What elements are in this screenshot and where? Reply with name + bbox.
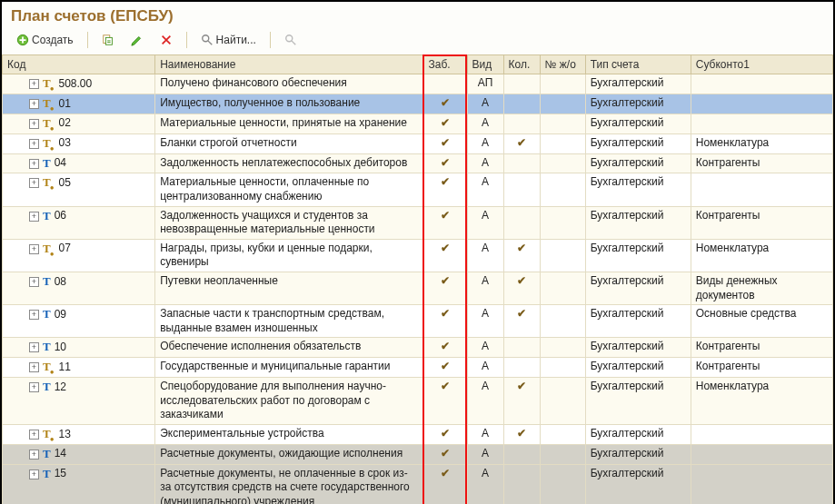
cell-nzo	[540, 358, 585, 378]
expand-toggle[interactable]: +	[29, 469, 39, 479]
table-row[interactable]: +Т14Расчетные документы, ожидающие испол…	[3, 444, 833, 464]
check-icon: ✔	[517, 427, 526, 440]
table-row[interactable]: +Т06Задолженность учащихся и студентов з…	[3, 206, 833, 239]
cell-nzo	[540, 133, 585, 153]
col-vid[interactable]: Вид	[467, 55, 503, 74]
cell-sub1	[691, 94, 832, 114]
cell-tip: Бухгалтерский	[585, 424, 691, 444]
cell-nzo	[540, 464, 585, 504]
cell-sub1: Контрагенты	[691, 338, 832, 358]
table-row[interactable]: +Т04Задолженность неплатежеспособных деб…	[3, 153, 833, 173]
cell-nzo	[540, 74, 585, 94]
header-row: Код Наименование Заб. Вид Кол. № ж/о Тип…	[3, 55, 833, 74]
cell-nzo	[540, 378, 585, 425]
table-row[interactable]: +Т10Обеспечение исполнения обязательств✔…	[3, 338, 833, 358]
copy-button[interactable]	[96, 31, 120, 49]
expand-toggle[interactable]: +	[29, 382, 39, 392]
table-row[interactable]: +Т15Расчетные документы, не оплаченные в…	[3, 464, 833, 504]
expand-toggle[interactable]: +	[29, 342, 39, 352]
check-icon: ✔	[517, 136, 526, 149]
col-nzo[interactable]: № ж/о	[540, 55, 585, 74]
cell-zab: ✔	[423, 444, 467, 464]
col-name[interactable]: Наименование	[155, 55, 423, 74]
expand-toggle[interactable]: +	[29, 212, 39, 222]
table-row[interactable]: +Т●07Награды, призы, кубки и ценные пода…	[3, 239, 833, 272]
account-name: Экспериментальные устройства	[155, 424, 423, 444]
cell-zab	[423, 74, 467, 94]
expand-toggle[interactable]: +	[29, 450, 39, 460]
account-name: Бланки строгой отчетности	[155, 133, 423, 153]
search-icon	[201, 34, 214, 46]
find-button[interactable]: Найти...	[195, 31, 262, 49]
account-code: 15	[55, 467, 66, 481]
cell-sub1	[691, 74, 832, 94]
cell-sub1: Номенклатура	[691, 378, 832, 425]
cell-tip: Бухгалтерский	[585, 305, 691, 338]
svg-point-3	[202, 35, 208, 42]
account-name: Имущество, полученное в пользование	[155, 94, 423, 114]
expand-toggle[interactable]: +	[29, 430, 39, 440]
table-row[interactable]: +Т●05Материальные ценности, оплаченные п…	[3, 173, 833, 206]
cell-nzo	[540, 272, 585, 305]
delete-button[interactable]	[154, 31, 178, 49]
account-code: 10	[55, 341, 66, 355]
expand-toggle[interactable]: +	[29, 362, 39, 372]
cell-sub1: Контрагенты	[691, 206, 832, 239]
table-row[interactable]: +Т08Путевки неоплаченные✔А✔Бухгалтерский…	[3, 272, 833, 305]
cell-kol: ✔	[503, 239, 540, 272]
expand-toggle[interactable]: +	[29, 79, 39, 89]
table-row[interactable]: +Т09Запасные части к транспортным средст…	[3, 305, 833, 338]
col-sub1[interactable]: Субконто1	[691, 55, 832, 74]
account-name: Спецоборудование для выполнения научно-и…	[155, 378, 423, 425]
col-kol[interactable]: Кол.	[503, 55, 540, 74]
x-icon	[160, 34, 173, 46]
cell-nzo	[540, 206, 585, 239]
edit-button[interactable]	[125, 31, 149, 49]
col-kod[interactable]: Код	[3, 55, 155, 74]
table-row[interactable]: +Т●508.00Получено финансового обеспечени…	[3, 74, 833, 94]
cell-kol	[503, 358, 540, 378]
accounts-grid[interactable]: Код Наименование Заб. Вид Кол. № ж/о Тип…	[2, 54, 833, 504]
expand-toggle[interactable]: +	[29, 99, 39, 109]
expand-toggle[interactable]: +	[29, 159, 39, 169]
cell-sub1: Номенклатура	[691, 239, 832, 272]
pencil-icon	[131, 34, 144, 46]
expand-toggle[interactable]: +	[29, 178, 39, 188]
expand-toggle[interactable]: +	[29, 139, 39, 149]
cell-nzo	[540, 424, 585, 444]
col-tip[interactable]: Тип счета	[585, 55, 691, 74]
check-icon: ✔	[441, 96, 450, 109]
cell-tip: Бухгалтерский	[585, 114, 691, 133]
toolbar: Создать Найти...	[2, 29, 833, 54]
table-row[interactable]: +Т●13Экспериментальные устройства✔А✔Бухг…	[3, 424, 833, 444]
table-row[interactable]: +Т●02Материальные ценности, принятые на …	[3, 114, 833, 133]
account-type-icon: Т	[43, 380, 51, 395]
cell-vid: А	[467, 173, 503, 206]
account-code: 04	[55, 156, 66, 171]
account-name: Награды, призы, кубки и ценные подарки, …	[155, 239, 423, 272]
create-button[interactable]: Создать	[11, 31, 79, 49]
table-row[interactable]: +Т●11Государственные и муниципальные гар…	[3, 358, 833, 378]
expand-toggle[interactable]: +	[29, 244, 39, 254]
account-name: Задолженность учащихся и студентов за не…	[155, 206, 423, 239]
cell-zab: ✔	[423, 153, 467, 173]
table-row[interactable]: +Т●01Имущество, полученное в пользование…	[3, 94, 833, 114]
cell-tip: Бухгалтерский	[585, 173, 691, 206]
cell-tip: Бухгалтерский	[585, 444, 691, 464]
account-name: Путевки неоплаченные	[155, 272, 423, 305]
cancel-search-button[interactable]	[279, 31, 303, 49]
account-name: Материальные ценности, оплаченные по цен…	[155, 173, 423, 206]
cell-zab: ✔	[423, 378, 467, 425]
expand-toggle[interactable]: +	[29, 277, 39, 287]
check-icon: ✔	[441, 340, 450, 352]
expand-toggle[interactable]: +	[29, 119, 39, 129]
col-zab[interactable]: Заб.	[423, 55, 467, 74]
check-icon: ✔	[441, 380, 450, 392]
table-row[interactable]: +Т12Спецоборудование для выполнения науч…	[3, 378, 833, 425]
table-row[interactable]: +Т●03Бланки строгой отчетности✔А✔Бухгалт…	[3, 133, 833, 153]
cell-kol	[503, 94, 540, 114]
expand-toggle[interactable]: +	[29, 310, 39, 320]
account-type-icon: Т	[43, 209, 51, 224]
cell-zab: ✔	[423, 424, 467, 444]
cell-zab: ✔	[423, 173, 467, 206]
